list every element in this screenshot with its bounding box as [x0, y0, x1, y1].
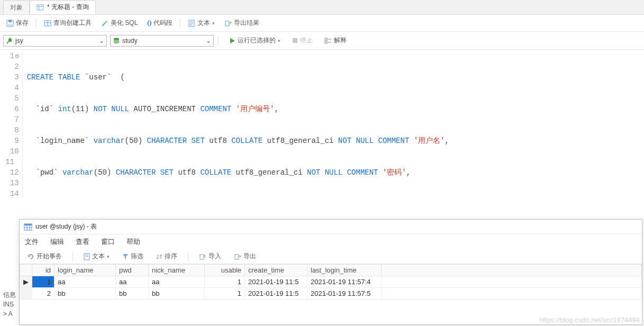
text-icon — [188, 20, 195, 27]
export-table-label: 导出 — [243, 252, 256, 261]
status-footer: 信息 INS > A — [0, 290, 16, 319]
sort-button[interactable]: 排序 — [153, 251, 180, 262]
cell-usable[interactable]: 1 — [205, 288, 245, 300]
cell-create_time[interactable]: 2021-01-19 11:5 — [245, 276, 307, 288]
chevron-down-icon: ▾ — [212, 21, 215, 26]
database-combo[interactable]: study ⌄ — [110, 35, 214, 47]
chevron-down-icon: ▾ — [278, 38, 280, 43]
svg-rect-0 — [37, 5, 43, 10]
text-button[interactable]: 文本 ▾ — [185, 17, 218, 29]
menu-file[interactable]: 文件 — [25, 237, 39, 247]
cell-login_name[interactable]: bb — [55, 288, 116, 300]
begin-trans-button[interactable]: 开始事务 — [24, 251, 65, 262]
separator — [36, 19, 37, 28]
export-button[interactable]: 导出结果 — [221, 17, 262, 29]
col-id[interactable]: id — [32, 265, 55, 276]
database-label: study — [120, 37, 206, 44]
col-nick_name[interactable]: nick_name — [149, 265, 205, 276]
explain-button[interactable]: 解释 — [321, 35, 350, 46]
tab-query[interactable]: * 无标题 - 查询 — [30, 1, 96, 14]
connection-label: jsy — [13, 37, 99, 44]
sort-label: 排序 — [165, 252, 177, 261]
sort-icon — [156, 253, 162, 260]
menu-edit[interactable]: 编辑 — [50, 237, 64, 247]
menu-view[interactable]: 查看 — [76, 237, 89, 247]
builder-button[interactable]: 查询创建工具 — [41, 17, 95, 29]
table-toolbar: 开始事务 文本 ▾ 筛选 排序 导入 导出 — [20, 249, 642, 264]
beautify-button[interactable]: 美化 SQL — [98, 17, 141, 29]
table-row[interactable]: 2 bb bb bb 1 2021-01-19 11:5 2021-01-19 … — [20, 288, 642, 300]
col-pwd[interactable]: pwd — [116, 265, 149, 276]
text-view-button[interactable]: 文本 ▾ — [80, 251, 113, 262]
svg-point-9 — [106, 20, 107, 21]
cell-create_time[interactable]: 2021-01-19 11:5 — [245, 288, 307, 300]
disk-icon — [6, 20, 14, 27]
table-window-title: user @study (jsy) - 表 — [35, 222, 97, 231]
svg-rect-20 — [325, 38, 327, 40]
snippet-button[interactable]: () 代码段 — [144, 17, 176, 29]
export-icon — [224, 20, 232, 27]
cell-nick_name[interactable]: aa — [149, 276, 205, 288]
svg-rect-32 — [200, 255, 204, 259]
cell-spacer — [382, 276, 642, 288]
refresh-icon — [27, 253, 34, 260]
menu-window[interactable]: 窗口 — [101, 237, 115, 247]
save-button[interactable]: 保存 — [3, 17, 32, 29]
run-button[interactable]: 运行已选择的 ▾ — [226, 35, 284, 46]
svg-rect-15 — [8, 39, 12, 42]
query-icon — [37, 4, 44, 11]
param-row: jsy ⌄ study ⌄ 运行已选择的 ▾ 停止 解释 — [0, 32, 644, 50]
tab-object[interactable]: 对象 — [3, 1, 30, 14]
row-gutter-header — [20, 265, 32, 276]
col-usable[interactable]: usable — [205, 265, 245, 276]
cell-id[interactable]: 2 — [32, 288, 55, 300]
svg-rect-25 — [24, 224, 32, 225]
table-window: user @study (jsy) - 表 文件 编辑 查看 窗口 帮助 开始事… — [19, 219, 642, 325]
code-area[interactable]: CREATE TABLE `user` ( `id` int(11) NOT N… — [23, 50, 644, 198]
svg-rect-21 — [325, 41, 327, 43]
cell-spacer — [382, 288, 642, 300]
cell-pwd[interactable]: aa — [116, 276, 149, 288]
cell-id[interactable]: 1 — [32, 276, 55, 288]
separator — [180, 19, 180, 28]
table-window-titlebar[interactable]: user @study (jsy) - 表 — [20, 220, 642, 234]
chevron-down-icon: ⌄ — [206, 37, 211, 44]
col-create_time[interactable]: create_time — [245, 265, 307, 276]
cell-usable[interactable]: 1 — [205, 276, 245, 288]
stop-button[interactable]: 停止 — [289, 35, 316, 46]
plug-icon — [6, 37, 13, 44]
run-label: 运行已选择的 — [238, 36, 276, 45]
col-login_name[interactable]: login_name — [55, 265, 116, 276]
cell-last_login_time[interactable]: 2021-01-19 11:57:4 — [307, 276, 382, 288]
footer-info: 信息 — [3, 290, 16, 300]
cell-login_name[interactable]: aa — [55, 276, 116, 288]
cell-nick_name[interactable]: bb — [149, 288, 205, 300]
sql-editor[interactable]: 1⊟ 2345678910 11⊟ 121314 CREATE TABLE `u… — [0, 50, 644, 198]
query-toolbar: 保存 查询创建工具 美化 SQL () 代码段 文本 ▾ 导出结果 — [0, 15, 644, 32]
save-label: 保存 — [16, 19, 29, 28]
connection-combo[interactable]: jsy ⌄ — [3, 35, 107, 47]
data-grid[interactable]: id login_name pwd nick_name usable creat… — [20, 264, 642, 300]
import-label: 导入 — [208, 252, 221, 261]
text-view-label: 文本 — [92, 252, 105, 261]
play-icon — [229, 38, 235, 44]
builder-label: 查询创建工具 — [53, 19, 92, 28]
import-button[interactable]: 导入 — [196, 251, 224, 262]
cell-last_login_time[interactable]: 2021-01-19 11:57:5 — [307, 288, 382, 300]
row-pointer-icon: ▶ — [20, 276, 32, 288]
filter-button[interactable]: 筛选 — [119, 251, 147, 262]
menu-help[interactable]: 帮助 — [126, 237, 140, 247]
tab-query-label: * 无标题 - 查询 — [47, 3, 89, 12]
text-label: 文本 — [197, 19, 210, 28]
svg-rect-5 — [8, 24, 12, 26]
col-last_login_time[interactable]: last_login_time — [307, 265, 382, 276]
table-row[interactable]: ▶ 1 aa aa aa 1 2021-01-19 11:5 2021-01-1… — [20, 276, 642, 288]
table-icon — [24, 223, 32, 231]
footer-ins: INS — [3, 300, 16, 309]
separator — [218, 36, 219, 46]
export-table-button[interactable]: 导出 — [231, 251, 259, 262]
table-menu: 文件 编辑 查看 窗口 帮助 — [20, 234, 642, 249]
text-icon — [84, 253, 90, 260]
magic-icon — [101, 20, 108, 27]
cell-pwd[interactable]: bb — [116, 288, 149, 300]
